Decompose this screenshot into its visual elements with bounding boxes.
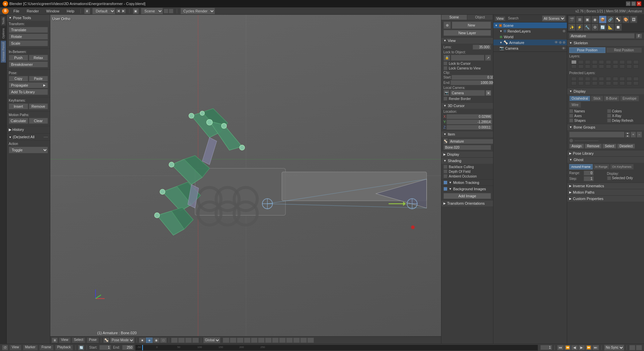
backface-culling-checkbox[interactable]: [443, 165, 447, 169]
play-button[interactable]: ▶: [578, 345, 585, 350]
loop-icon[interactable]: 🔄: [78, 345, 84, 350]
add-to-library-button[interactable]: Add To Library: [9, 89, 48, 95]
prot-layer-13[interactable]: [585, 81, 590, 85]
jump-end-button[interactable]: ⏭: [592, 345, 599, 350]
camera-clear-button[interactable]: ✕: [486, 90, 491, 96]
outliner-scene-item[interactable]: ▼ ▣ Scene: [493, 22, 567, 28]
world-props-icon[interactable]: ◉: [591, 16, 599, 23]
cursor-y-input[interactable]: [446, 119, 492, 124]
scene-select[interactable]: Scene: [141, 8, 163, 14]
bone-group-up-button[interactable]: ▲: [625, 132, 630, 135]
viewport-select-button[interactable]: Select: [72, 337, 86, 343]
layer-10[interactable]: [633, 60, 639, 64]
more-icons-3[interactable]: 🔄: [599, 23, 606, 31]
prot-layer-14[interactable]: [592, 81, 597, 85]
propagate-button[interactable]: Propagate ▶: [9, 82, 48, 88]
timeline-marker-button[interactable]: Marker: [23, 345, 38, 351]
rotate-button[interactable]: Rotate: [9, 34, 48, 40]
prot-layer-17[interactable]: [613, 81, 618, 85]
cursor-z-input[interactable]: [446, 125, 492, 130]
armature-icon[interactable]: 🦴: [103, 338, 109, 343]
overlay-button[interactable]: [171, 338, 178, 343]
menu-window[interactable]: Window: [44, 8, 62, 14]
tool-btn-10[interactable]: [286, 338, 293, 343]
bone-group-add-button[interactable]: +: [631, 132, 636, 138]
lens-input[interactable]: [473, 45, 491, 50]
prot-layer-12[interactable]: [578, 81, 584, 85]
prot-layer-16[interactable]: [606, 81, 611, 85]
tool-btn-3[interactable]: [237, 338, 244, 343]
viewport-pose-button[interactable]: Pose: [87, 337, 99, 343]
outliner-view-tab[interactable]: View: [495, 16, 505, 21]
proportional-button[interactable]: [185, 338, 192, 343]
armature-render-button[interactable]: ⊕: [562, 40, 566, 45]
prot-layer-1[interactable]: [571, 77, 577, 81]
blender-menu-logo[interactable]: B: [2, 8, 9, 14]
push-button[interactable]: Push: [9, 55, 28, 61]
octahedral-button[interactable]: Octahedral: [569, 96, 590, 101]
layer-6[interactable]: [606, 60, 611, 64]
object-props-icon[interactable]: 📦: [599, 16, 606, 23]
prot-layer-19[interactable]: [627, 81, 632, 85]
prot-layer-8[interactable]: [620, 77, 625, 81]
bone-group-remove-button[interactable]: −: [637, 132, 642, 138]
around-frame-button[interactable]: Around Frame: [569, 164, 593, 169]
tool-btn-2[interactable]: [230, 338, 236, 343]
motion-tracking-row[interactable]: ▼ Motion Tracking: [441, 180, 493, 186]
grease-pencil-tab[interactable]: Grease Pencil: [1, 41, 6, 63]
scene-props-icon[interactable]: ▣: [584, 16, 591, 23]
layer-9[interactable]: [627, 60, 632, 64]
prot-layer-20[interactable]: [633, 81, 639, 85]
material-icon[interactable]: 🎨: [622, 16, 630, 23]
tool-btn-7[interactable]: [265, 338, 272, 343]
stick-button[interactable]: Stick: [591, 96, 603, 101]
current-frame-input[interactable]: [540, 345, 552, 350]
scene-top-tab[interactable]: Scene: [441, 15, 467, 20]
item-name-input[interactable]: [448, 139, 493, 144]
constraints-icon[interactable]: 🔗: [607, 16, 614, 23]
layer-7[interactable]: [613, 60, 618, 64]
object-top-tab[interactable]: Object: [467, 15, 493, 20]
deselect-all-button[interactable]: ▼ (De)select All: [9, 135, 35, 139]
layer-8[interactable]: [620, 60, 625, 64]
render-border-checkbox[interactable]: [443, 97, 447, 101]
mode-selector[interactable]: Pose Mode: [110, 337, 135, 343]
prot-layer-10[interactable]: [633, 77, 639, 81]
physics-icon[interactable]: ⚡: [576, 23, 583, 31]
remove-btn[interactable]: Remove: [585, 144, 602, 149]
tool-btn-6[interactable]: [258, 338, 265, 343]
data-props-icon[interactable]: 🦴: [614, 16, 622, 23]
step-back-button[interactable]: ⏪: [564, 345, 571, 350]
more-icons-4[interactable]: 📐: [607, 23, 614, 31]
layer-5[interactable]: [599, 60, 604, 64]
calculate-button[interactable]: Calculate: [9, 118, 28, 124]
display-section-props-header[interactable]: ▼ Display: [567, 88, 644, 94]
item-section-header[interactable]: ▼ Item: [441, 131, 493, 137]
shapes-checkbox[interactable]: [569, 118, 573, 122]
viewport-view-button[interactable]: View: [59, 337, 71, 343]
menu-file[interactable]: File: [11, 8, 22, 14]
layer-2[interactable]: [578, 60, 584, 64]
minimize-button[interactable]: ─: [626, 1, 631, 6]
assign-button[interactable]: Assign: [569, 144, 584, 149]
viewport-3d[interactable]: User Ortho: [50, 15, 441, 336]
screen-prev-button[interactable]: ◀: [116, 9, 121, 13]
new-area-icon[interactable]: ⊕: [443, 21, 451, 29]
bone-groups-header[interactable]: ▼ Bone Groups: [567, 124, 644, 130]
layer-12[interactable]: [578, 64, 584, 68]
timeline-frame-button[interactable]: Frame: [39, 345, 54, 351]
copy-button[interactable]: Copy: [9, 76, 28, 82]
clip-start-input[interactable]: [451, 75, 493, 80]
outliner-world-item[interactable]: ◉ World: [493, 34, 567, 40]
outliner-armature-item[interactable]: ▼ 🦴 Armature 👁 ⊕ ⊕: [493, 40, 567, 45]
step-forward-button[interactable]: ⏩: [585, 345, 592, 350]
scale-button[interactable]: Scale: [9, 40, 48, 46]
pose-library-header[interactable]: ▶ Pose Library: [567, 150, 644, 156]
timeline-view-button[interactable]: View: [9, 345, 21, 351]
b-bone-button[interactable]: B-Bone: [604, 96, 620, 101]
pose-tools-header[interactable]: ▼ Pose Tools: [7, 15, 50, 21]
skeleton-section-header[interactable]: ▼ Skeleton: [567, 40, 644, 46]
close-button[interactable]: ✕: [637, 1, 641, 6]
new-layer-button[interactable]: New Layer: [443, 30, 491, 36]
tool-btn-1[interactable]: [223, 338, 229, 343]
